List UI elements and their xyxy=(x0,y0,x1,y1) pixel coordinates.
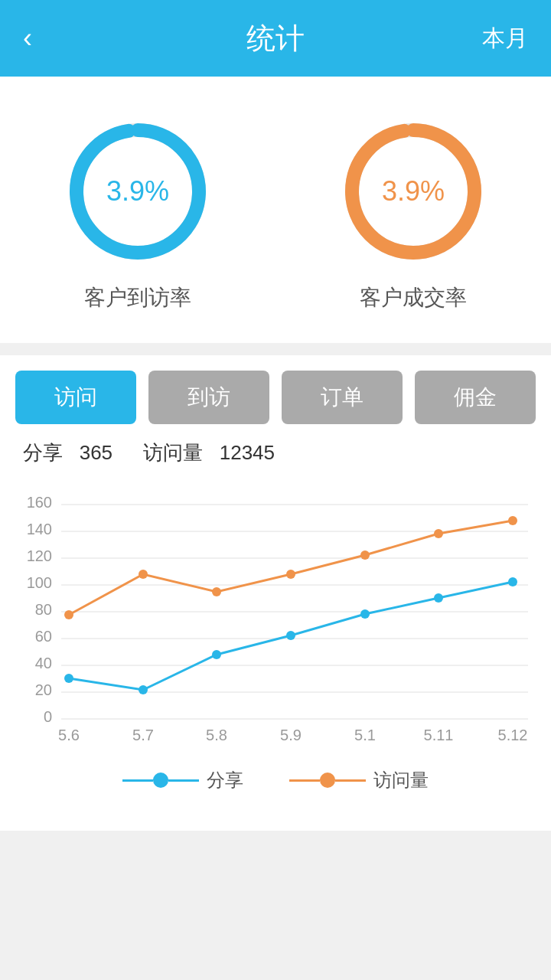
legend-visit-line xyxy=(289,779,320,782)
metrics-section: 3.9% 客户到访率 3.9% 客户成交率 xyxy=(0,77,551,343)
svg-text:0: 0 xyxy=(44,708,52,725)
line-chart: 160 140 120 100 80 60 40 20 0 5.6 5.7 5.… xyxy=(23,489,528,750)
svg-point-31 xyxy=(212,650,221,659)
header: ‹ 统计 本月 xyxy=(0,0,551,77)
svg-point-30 xyxy=(139,685,148,694)
donut-deal: 3.9% xyxy=(337,115,490,268)
svg-text:160: 160 xyxy=(27,494,52,511)
svg-point-36 xyxy=(64,610,73,619)
svg-text:60: 60 xyxy=(35,628,52,645)
svg-point-33 xyxy=(360,609,370,619)
svg-text:20: 20 xyxy=(35,681,52,698)
svg-text:5.9: 5.9 xyxy=(280,727,302,743)
tab-commission[interactable]: 佣金 xyxy=(415,371,536,424)
svg-point-42 xyxy=(508,516,517,525)
chart-container: 160 140 120 100 80 60 40 20 0 5.6 5.7 5.… xyxy=(0,482,551,831)
svg-point-34 xyxy=(434,593,443,603)
legend-share-line2 xyxy=(168,779,199,782)
svg-point-37 xyxy=(139,570,148,579)
svg-text:80: 80 xyxy=(35,601,52,618)
svg-point-40 xyxy=(360,550,370,560)
share-stat: 分享 365 xyxy=(23,439,112,466)
tab-arrive[interactable]: 到访 xyxy=(148,371,269,424)
svg-text:5.8: 5.8 xyxy=(206,727,227,743)
visit-value: 12345 xyxy=(220,441,275,464)
svg-point-39 xyxy=(286,570,295,579)
visit-stat: 访问量 12345 xyxy=(143,439,275,466)
svg-text:120: 120 xyxy=(27,547,52,564)
share-value: 365 xyxy=(80,441,112,464)
svg-text:5.12: 5.12 xyxy=(498,727,528,743)
legend-visit: 访问量 xyxy=(289,768,429,792)
legend-share-label: 分享 xyxy=(207,768,243,792)
legend-share: 分享 xyxy=(122,768,243,792)
svg-text:40: 40 xyxy=(35,655,52,671)
share-label: 分享 xyxy=(23,441,63,464)
metric-deal-label: 客户成交率 xyxy=(360,283,467,312)
legend-visit-line2 xyxy=(335,779,366,782)
stats-summary: 分享 365 访问量 12345 xyxy=(0,424,551,482)
svg-point-35 xyxy=(508,577,517,586)
legend-share-dot xyxy=(153,773,168,788)
donut-visit: 3.9% xyxy=(61,115,214,268)
legend-visit-label: 访问量 xyxy=(373,768,429,792)
donut-visit-value: 3.9% xyxy=(106,175,169,207)
svg-text:5.1: 5.1 xyxy=(354,727,376,743)
svg-point-29 xyxy=(64,674,73,683)
page-title: 统计 xyxy=(246,19,305,58)
filter-button[interactable]: 本月 xyxy=(482,23,528,54)
metric-visit-rate: 3.9% 客户到访率 xyxy=(61,115,214,312)
metric-visit-label: 客户到访率 xyxy=(84,283,191,312)
svg-text:5.7: 5.7 xyxy=(132,727,154,743)
metric-deal-rate: 3.9% 客户成交率 xyxy=(337,115,490,312)
chart-legend: 分享 访问量 xyxy=(23,753,528,815)
legend-visit-dot xyxy=(320,773,335,788)
back-button[interactable]: ‹ xyxy=(23,22,32,54)
svg-text:140: 140 xyxy=(27,521,52,537)
visit-label: 访问量 xyxy=(143,441,203,464)
tab-order[interactable]: 订单 xyxy=(282,371,403,424)
svg-text:5.11: 5.11 xyxy=(424,727,454,743)
svg-text:5.6: 5.6 xyxy=(58,727,80,743)
tab-visit[interactable]: 访问 xyxy=(15,371,136,424)
svg-point-38 xyxy=(212,587,221,596)
legend-share-line xyxy=(122,779,153,782)
tab-bar: 访问 到访 订单 佣金 xyxy=(0,355,551,424)
tab-section: 访问 到访 订单 佣金 分享 365 访问量 12345 160 140 120 xyxy=(0,355,551,831)
donut-deal-value: 3.9% xyxy=(382,175,445,207)
svg-point-41 xyxy=(434,529,443,538)
svg-point-32 xyxy=(286,631,295,640)
svg-text:100: 100 xyxy=(27,574,52,591)
